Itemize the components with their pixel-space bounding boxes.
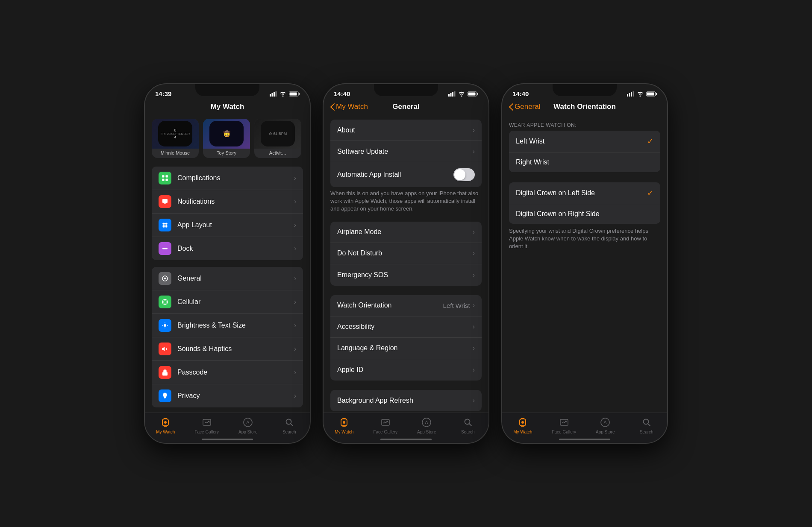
tab-search-icon-2	[462, 416, 474, 428]
svg-rect-44	[452, 92, 453, 97]
label-software-update: Software Update	[337, 148, 473, 155]
list-row-brightness[interactable]: Brightness & Text Size ›	[152, 314, 303, 337]
signal-icon-2	[448, 91, 456, 97]
toggle-switch-auto[interactable]	[453, 168, 475, 181]
tab-label-my-watch-2: My Watch	[335, 430, 353, 434]
tab-label-app-store-3: App Store	[596, 430, 615, 434]
svg-line-41	[291, 424, 293, 426]
svg-point-25	[165, 302, 165, 302]
tab-face-gallery-1[interactable]: Face Gallery	[194, 416, 220, 434]
app-layout-icon	[159, 219, 171, 231]
row-airplane[interactable]: Airplane Mode ›	[330, 222, 482, 243]
row-crown-right[interactable]: Digital Crown on Right Side	[509, 204, 660, 224]
tab-app-store-3[interactable]: A App Store	[592, 416, 618, 434]
svg-rect-59	[629, 93, 630, 97]
svg-text:A: A	[247, 420, 250, 425]
list-row-sounds[interactable]: Sounds & Haptics ›	[152, 337, 303, 361]
list-row-cellular[interactable]: Cellular ›	[152, 290, 303, 314]
row-auto-install[interactable]: Automatic App Install	[330, 162, 482, 187]
general-section-1: About › Software Update › Automatic App …	[330, 120, 482, 187]
row-bg-refresh[interactable]: Background App Refresh ›	[330, 390, 482, 411]
list-section-1: Complications › Notifications › App Layo…	[152, 167, 303, 260]
signal-icon-3	[627, 91, 634, 97]
nav-header-2: My Watch General	[324, 99, 488, 115]
phone-2: 14:40 My Watch General About ›	[323, 83, 489, 444]
complications-icon	[159, 172, 171, 184]
label-bg-refresh: Background App Refresh	[337, 397, 473, 404]
list-row-dock[interactable]: Dock ›	[152, 237, 303, 260]
list-row-passcode[interactable]: Passcode ›	[152, 361, 303, 384]
row-software-update[interactable]: Software Update ›	[330, 141, 482, 162]
svg-point-72	[643, 419, 648, 425]
label-accessibility: Accessibility	[337, 323, 473, 331]
svg-point-56	[465, 419, 470, 425]
row-watch-orientation[interactable]: Watch Orientation Left Wrist ›	[330, 295, 482, 316]
label-dnd: Do Not Disturb	[337, 249, 473, 257]
notifications-icon	[159, 195, 171, 208]
tab-app-store-2[interactable]: A App Store	[414, 416, 439, 434]
tab-search-1[interactable]: Search	[277, 416, 302, 434]
svg-rect-43	[450, 93, 452, 97]
svg-rect-42	[448, 94, 450, 97]
checkmark-left-wrist: ✓	[647, 137, 653, 146]
tab-label-app-store-2: App Store	[417, 430, 436, 434]
notch-2	[374, 84, 438, 96]
tab-app-store-1[interactable]: A App Store	[235, 416, 261, 434]
complications-label: Complications	[177, 174, 294, 182]
nav-header-3: General Watch Orientation	[502, 99, 667, 115]
tab-search-3[interactable]: Search	[634, 416, 659, 434]
dock-chevron: ›	[294, 245, 296, 252]
watch-face-toy[interactable]: 🤠 Toy Story	[203, 119, 250, 158]
screen-3: 14:40 General Watch Orientation WEAR APP…	[502, 84, 667, 443]
watch-face-activity[interactable]: ⊙ 64 BPM Activit…	[254, 119, 301, 158]
tab-my-watch-1[interactable]: My Watch	[153, 416, 178, 434]
notch-3	[553, 84, 617, 96]
page-title-2: General	[392, 102, 419, 111]
list-row-app-layout[interactable]: App Layout ›	[152, 214, 303, 237]
row-crown-left[interactable]: Digital Crown on Left Side ✓	[509, 182, 660, 204]
svg-rect-7	[162, 175, 164, 177]
tab-my-watch-2[interactable]: My Watch	[331, 416, 357, 434]
row-left-wrist[interactable]: Left Wrist ✓	[509, 131, 660, 152]
row-apple-id[interactable]: Apple ID ›	[330, 359, 482, 381]
chevron-dnd: ›	[473, 249, 475, 257]
brightness-chevron: ›	[294, 322, 296, 329]
nav-back-3[interactable]: General	[509, 102, 540, 111]
row-language[interactable]: Language & Region ›	[330, 338, 482, 359]
tab-label-face-gallery-1: Face Gallery	[194, 430, 219, 434]
row-about[interactable]: About ›	[330, 120, 482, 141]
list-row-general[interactable]: General ›	[152, 267, 303, 290]
label-airplane: Airplane Mode	[337, 228, 473, 236]
svg-rect-3	[276, 91, 277, 97]
list-row-complications[interactable]: Complications ›	[152, 167, 303, 190]
list-row-privacy[interactable]: Privacy ›	[152, 384, 303, 407]
phone-3: 14:40 General Watch Orientation WEAR APP…	[501, 83, 668, 444]
svg-point-32	[165, 373, 165, 374]
tab-my-watch-3[interactable]: My Watch	[510, 416, 535, 434]
row-dnd[interactable]: Do Not Disturb ›	[330, 243, 482, 264]
svg-point-17	[166, 224, 168, 226]
nav-back-2[interactable]: My Watch	[330, 102, 368, 111]
row-accessibility[interactable]: Accessibility ›	[330, 316, 482, 338]
tab-face-gallery-2[interactable]: Face Gallery	[373, 416, 398, 434]
toggle-auto-install[interactable]	[453, 168, 475, 181]
row-right-wrist[interactable]: Right Wrist	[509, 152, 660, 172]
tab-label-face-gallery-2: Face Gallery	[373, 430, 397, 434]
label-crown-right: Digital Crown on Right Side	[516, 210, 653, 218]
svg-rect-9	[162, 179, 164, 181]
tab-search-2[interactable]: Search	[455, 416, 481, 434]
complications-chevron: ›	[294, 174, 296, 182]
list-row-notifications[interactable]: Notifications ›	[152, 190, 303, 214]
privacy-icon	[159, 389, 171, 402]
watch-face-minnie[interactable]: 8 FRI, 23 SEPTEMBER 4 Minnie Mouse	[152, 119, 199, 158]
svg-rect-61	[633, 91, 634, 97]
tab-app-store-icon-2: A	[421, 416, 432, 428]
label-apple-id: Apple ID	[337, 366, 473, 374]
back-chevron-icon-3	[509, 103, 513, 111]
status-icons-3	[627, 91, 657, 97]
tab-face-gallery-3[interactable]: Face Gallery	[551, 416, 577, 434]
label-left-wrist: Left Wrist	[516, 138, 647, 145]
row-sos[interactable]: Emergency SOS ›	[330, 264, 482, 286]
svg-point-12	[162, 223, 164, 224]
sounds-chevron: ›	[294, 345, 296, 353]
